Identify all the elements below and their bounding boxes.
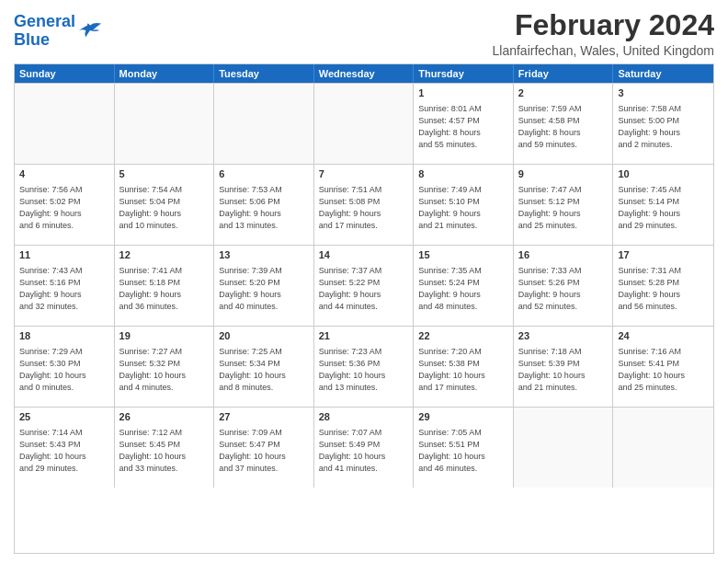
day-info: Sunrise: 7:49 AMSunset: 5:10 PMDaylight:… — [418, 184, 508, 232]
day-number: 28 — [319, 410, 409, 424]
day-info: Sunrise: 7:35 AMSunset: 5:24 PMDaylight:… — [418, 265, 508, 313]
day-info: Sunrise: 7:33 AMSunset: 5:26 PMDaylight:… — [518, 265, 609, 313]
page: General Blue February 2024 Llanfairfecha… — [0, 0, 728, 563]
logo-line1: General — [14, 12, 75, 30]
day-info: Sunrise: 7:25 AMSunset: 5:34 PMDaylight:… — [219, 346, 309, 394]
day-cell-28: 28Sunrise: 7:07 AMSunset: 5:49 PMDayligh… — [314, 408, 415, 488]
week-row-4: 18Sunrise: 7:29 AMSunset: 5:30 PMDayligh… — [15, 326, 713, 407]
day-number: 2 — [518, 86, 609, 100]
day-info: Sunrise: 7:53 AMSunset: 5:06 PMDaylight:… — [219, 184, 309, 232]
day-info: Sunrise: 8:01 AMSunset: 4:57 PMDaylight:… — [418, 103, 508, 151]
day-header-monday: Monday — [115, 64, 215, 83]
day-info: Sunrise: 7:47 AMSunset: 5:12 PMDaylight:… — [518, 184, 609, 232]
day-cell-2: 2Sunrise: 7:59 AMSunset: 4:58 PMDaylight… — [514, 84, 614, 164]
day-info: Sunrise: 7:59 AMSunset: 4:58 PMDaylight:… — [518, 103, 609, 151]
day-number: 9 — [518, 167, 609, 181]
day-info: Sunrise: 7:45 AMSunset: 5:14 PMDaylight:… — [618, 184, 709, 232]
day-cell-16: 16Sunrise: 7:33 AMSunset: 5:26 PMDayligh… — [514, 246, 614, 326]
day-info: Sunrise: 7:37 AMSunset: 5:22 PMDaylight:… — [319, 265, 409, 313]
day-info: Sunrise: 7:14 AMSunset: 5:43 PMDaylight:… — [19, 427, 109, 475]
empty-cell — [613, 408, 713, 488]
day-number: 21 — [319, 329, 409, 343]
empty-cell — [115, 84, 215, 164]
day-cell-18: 18Sunrise: 7:29 AMSunset: 5:30 PMDayligh… — [15, 327, 115, 407]
day-number: 27 — [219, 410, 309, 424]
calendar: SundayMondayTuesdayWednesdayThursdayFrid… — [14, 63, 714, 554]
day-header-saturday: Saturday — [613, 64, 713, 83]
day-cell-26: 26Sunrise: 7:12 AMSunset: 5:45 PMDayligh… — [115, 408, 215, 488]
day-info: Sunrise: 7:16 AMSunset: 5:41 PMDaylight:… — [618, 346, 709, 394]
week-row-3: 11Sunrise: 7:43 AMSunset: 5:16 PMDayligh… — [15, 245, 713, 326]
day-number: 7 — [319, 167, 409, 181]
day-cell-23: 23Sunrise: 7:18 AMSunset: 5:39 PMDayligh… — [514, 327, 614, 407]
day-info: Sunrise: 7:05 AMSunset: 5:51 PMDaylight:… — [418, 427, 508, 475]
day-info: Sunrise: 7:56 AMSunset: 5:02 PMDaylight:… — [19, 184, 109, 232]
day-number: 13 — [219, 248, 309, 262]
day-cell-6: 6Sunrise: 7:53 AMSunset: 5:06 PMDaylight… — [214, 165, 314, 245]
logo-content: General Blue — [14, 13, 75, 50]
day-cell-4: 4Sunrise: 7:56 AMSunset: 5:02 PMDaylight… — [15, 165, 115, 245]
day-header-friday: Friday — [514, 64, 614, 83]
day-cell-13: 13Sunrise: 7:39 AMSunset: 5:20 PMDayligh… — [214, 246, 314, 326]
month-title: February 2024 — [493, 9, 715, 41]
day-cell-22: 22Sunrise: 7:20 AMSunset: 5:38 PMDayligh… — [414, 327, 514, 407]
day-cell-8: 8Sunrise: 7:49 AMSunset: 5:10 PMDaylight… — [414, 165, 514, 245]
day-cell-14: 14Sunrise: 7:37 AMSunset: 5:22 PMDayligh… — [314, 246, 415, 326]
location: Llanfairfechan, Wales, United Kingdom — [493, 43, 715, 58]
calendar-header: SundayMondayTuesdayWednesdayThursdayFrid… — [15, 64, 713, 83]
day-header-sunday: Sunday — [15, 64, 115, 83]
day-info: Sunrise: 7:27 AMSunset: 5:32 PMDaylight:… — [119, 346, 210, 394]
day-cell-10: 10Sunrise: 7:45 AMSunset: 5:14 PMDayligh… — [613, 165, 713, 245]
day-number: 8 — [418, 167, 508, 181]
day-number: 23 — [518, 329, 609, 343]
day-cell-15: 15Sunrise: 7:35 AMSunset: 5:24 PMDayligh… — [414, 246, 514, 326]
day-cell-7: 7Sunrise: 7:51 AMSunset: 5:08 PMDaylight… — [314, 165, 415, 245]
day-number: 11 — [19, 248, 109, 262]
day-info: Sunrise: 7:07 AMSunset: 5:49 PMDaylight:… — [319, 427, 409, 475]
day-cell-29: 29Sunrise: 7:05 AMSunset: 5:51 PMDayligh… — [414, 408, 514, 488]
day-cell-21: 21Sunrise: 7:23 AMSunset: 5:36 PMDayligh… — [314, 327, 415, 407]
day-header-wednesday: Wednesday — [314, 64, 415, 83]
day-number: 12 — [119, 248, 210, 262]
day-header-tuesday: Tuesday — [214, 64, 314, 83]
day-cell-17: 17Sunrise: 7:31 AMSunset: 5:28 PMDayligh… — [613, 246, 713, 326]
day-cell-20: 20Sunrise: 7:25 AMSunset: 5:34 PMDayligh… — [214, 327, 314, 407]
empty-cell — [214, 84, 314, 164]
day-info: Sunrise: 7:51 AMSunset: 5:08 PMDaylight:… — [319, 184, 409, 232]
day-header-thursday: Thursday — [414, 64, 514, 83]
day-cell-11: 11Sunrise: 7:43 AMSunset: 5:16 PMDayligh… — [15, 246, 115, 326]
day-info: Sunrise: 7:29 AMSunset: 5:30 PMDaylight:… — [19, 346, 109, 394]
logo-line2: Blue — [14, 30, 50, 49]
day-cell-9: 9Sunrise: 7:47 AMSunset: 5:12 PMDaylight… — [514, 165, 614, 245]
day-info: Sunrise: 7:31 AMSunset: 5:28 PMDaylight:… — [618, 265, 709, 313]
day-cell-12: 12Sunrise: 7:41 AMSunset: 5:18 PMDayligh… — [115, 246, 215, 326]
day-cell-5: 5Sunrise: 7:54 AMSunset: 5:04 PMDaylight… — [115, 165, 215, 245]
day-cell-19: 19Sunrise: 7:27 AMSunset: 5:32 PMDayligh… — [115, 327, 215, 407]
day-number: 10 — [618, 167, 709, 181]
day-number: 3 — [618, 86, 709, 100]
day-number: 29 — [418, 410, 508, 424]
day-info: Sunrise: 7:23 AMSunset: 5:36 PMDaylight:… — [319, 346, 409, 394]
day-cell-1: 1Sunrise: 8:01 AMSunset: 4:57 PMDaylight… — [414, 84, 514, 164]
empty-cell — [314, 84, 415, 164]
day-number: 26 — [119, 410, 210, 424]
calendar-body: 1Sunrise: 8:01 AMSunset: 4:57 PMDaylight… — [15, 83, 713, 488]
day-cell-3: 3Sunrise: 7:58 AMSunset: 5:00 PMDaylight… — [613, 84, 713, 164]
day-info: Sunrise: 7:43 AMSunset: 5:16 PMDaylight:… — [19, 265, 109, 313]
day-cell-25: 25Sunrise: 7:14 AMSunset: 5:43 PMDayligh… — [15, 408, 115, 488]
week-row-5: 25Sunrise: 7:14 AMSunset: 5:43 PMDayligh… — [15, 407, 713, 488]
empty-cell — [514, 408, 614, 488]
day-number: 4 — [19, 167, 109, 181]
empty-cell — [15, 84, 115, 164]
day-number: 14 — [319, 248, 409, 262]
day-number: 15 — [418, 248, 508, 262]
day-number: 1 — [418, 86, 508, 100]
day-number: 25 — [19, 410, 109, 424]
week-row-1: 1Sunrise: 8:01 AMSunset: 4:57 PMDaylight… — [15, 83, 713, 164]
title-block: February 2024 Llanfairfechan, Wales, Uni… — [493, 9, 715, 58]
day-info: Sunrise: 7:09 AMSunset: 5:47 PMDaylight:… — [219, 427, 309, 475]
day-number: 18 — [19, 329, 109, 343]
logo-text: General Blue — [14, 13, 75, 50]
day-info: Sunrise: 7:12 AMSunset: 5:45 PMDaylight:… — [119, 427, 210, 475]
logo: General Blue — [14, 13, 103, 50]
